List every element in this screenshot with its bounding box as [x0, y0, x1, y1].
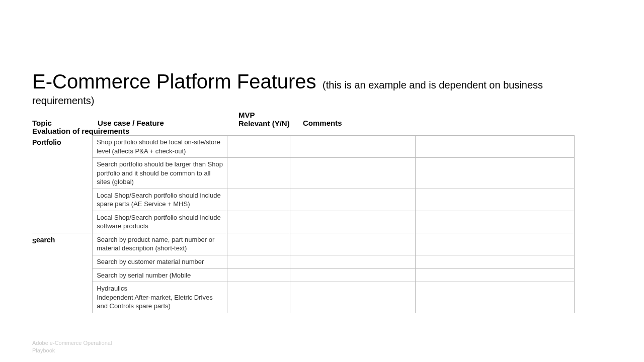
table-row: Search by customer material number: [32, 255, 575, 269]
comment-cell: [416, 158, 575, 189]
header-topic: Topic: [32, 111, 94, 128]
page-title: E-Commerce Platform Features: [32, 70, 316, 93]
subtitle-part2: requirements): [32, 95, 612, 107]
subtitle-part1: (this is an example and is dependent on …: [323, 79, 543, 90]
comment-cell: [416, 211, 575, 233]
mvp-cell: [227, 233, 290, 255]
table-row: Local Shop/Search portfolio should inclu…: [32, 189, 575, 211]
feature-cell: Local Shop/Search portfolio should inclu…: [93, 211, 227, 233]
feature-cell: Shop portfolio should be local on-site/s…: [93, 136, 227, 158]
table-row: Search portfolio should be larger than S…: [32, 158, 575, 189]
header-feature: Use case / Feature: [94, 111, 234, 128]
mvp-cell: [227, 268, 290, 282]
mvp-cell: [227, 255, 290, 269]
document-content: E-Commerce Platform Features (this is an…: [0, 0, 644, 313]
mvp-cell: [227, 211, 290, 233]
table-row: Search by serial number (Mobile: [32, 268, 575, 282]
comment-cell: [290, 282, 416, 313]
comment-cell: [290, 268, 416, 282]
mvp-cell: [227, 189, 290, 211]
topic-cell: Search: [32, 233, 93, 312]
comment-cell: [290, 255, 416, 269]
mvp-cell: [227, 282, 290, 313]
comment-cell: [290, 233, 416, 255]
comment-cell: [290, 136, 416, 158]
header-mvp-line1: MVP: [238, 111, 299, 119]
comment-cell: [416, 233, 575, 255]
feature-cell: Search by product name, part number or m…: [93, 233, 227, 255]
feature-cell: Search by customer material number: [93, 255, 227, 269]
section-heading: Evaluation of requirements: [32, 127, 612, 135]
header-mvp-line2: Relevant (Y/N): [238, 119, 299, 128]
mvp-cell: [227, 158, 290, 189]
comment-cell: [416, 136, 575, 158]
comment-cell: [290, 211, 416, 233]
mvp-cell: [227, 136, 290, 158]
comment-cell: [416, 268, 575, 282]
table-row: Hydraulics Independent After-market, Ele…: [32, 282, 575, 313]
feature-cell: Hydraulics Independent After-market, Ele…: [93, 282, 227, 313]
table-header-row: Topic Use case / Feature MVP Relevant (Y…: [32, 111, 612, 128]
feature-cell: Search portfolio should be larger than S…: [93, 158, 227, 189]
comment-cell: [290, 158, 416, 189]
feature-cell: Local Shop/Search portfolio should inclu…: [93, 189, 227, 211]
topic-cell: Portfolio: [32, 136, 93, 233]
comment-cell: [290, 189, 416, 211]
feature-cell: Search by serial number (Mobile: [93, 268, 227, 282]
comment-cell: [416, 189, 575, 211]
requirements-table: PortfolioShop portfolio should be local …: [32, 135, 575, 313]
title-line: E-Commerce Platform Features (this is an…: [32, 70, 612, 93]
table-row: SearchSearch by product name, part numbe…: [32, 233, 575, 255]
header-mvp: MVP Relevant (Y/N): [234, 111, 299, 128]
table-row: Local Shop/Search portfolio should inclu…: [32, 211, 575, 233]
header-comments: Comments: [299, 111, 429, 128]
table-row: PortfolioShop portfolio should be local …: [32, 136, 575, 158]
comment-cell: [416, 255, 575, 269]
comment-cell: [416, 282, 575, 313]
footer-text: Adobe e-Commerce Operational Playbook: [32, 339, 133, 354]
